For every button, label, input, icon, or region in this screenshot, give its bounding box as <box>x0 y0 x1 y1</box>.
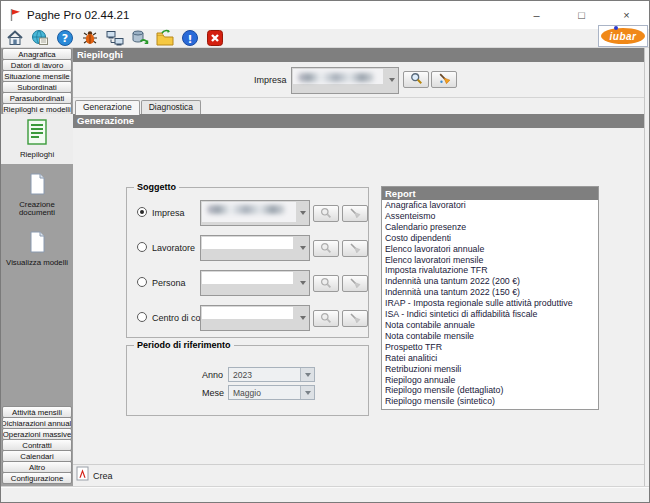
sidebar-item-visualizza-modelli[interactable]: Visualizza modelli <box>1 226 73 272</box>
sidebar-item-label: Creazione documenti <box>1 201 73 218</box>
chevron-down-icon <box>300 368 314 381</box>
sidebar-item-creazione-documenti[interactable]: Creazione documenti <box>1 168 73 222</box>
create-bar: Crea <box>73 464 644 486</box>
globe-news-icon[interactable] <box>31 29 49 47</box>
soggetto-row-impresa: Impresa <box>127 200 368 227</box>
redacted-value <box>293 69 383 84</box>
report-item[interactable]: Nota contabile annuale <box>382 320 598 331</box>
report-item[interactable]: Retribuzioni mensili <box>382 364 598 375</box>
lavoratore-radio[interactable] <box>137 242 147 252</box>
report-item[interactable]: ISA - Indici sintetici di affidabilità f… <box>382 309 598 320</box>
persona-radio[interactable] <box>137 277 147 287</box>
report-item[interactable]: Elenco lavoratori mensile <box>382 255 598 266</box>
search-icon <box>410 71 423 89</box>
chevron-down-icon <box>300 386 314 399</box>
clear-icon <box>349 310 361 328</box>
report-list-header: Report <box>382 187 598 200</box>
clear-button[interactable] <box>431 71 457 88</box>
report-item[interactable]: Ratei analitici <box>382 353 598 364</box>
clear-button[interactable] <box>342 205 368 222</box>
sidebar-icon-panel: Riepiloghi Creazione documenti Visualizz… <box>1 114 73 406</box>
centro-di-costo-combobox[interactable] <box>200 305 310 331</box>
database-sync-icon[interactable] <box>131 29 149 47</box>
report-item[interactable]: Elenco lavoratori annuale <box>382 244 598 255</box>
periodo-title: Periodo di riferimento <box>134 340 234 350</box>
crea-button[interactable]: Crea <box>93 471 113 481</box>
report-item[interactable]: Indennità una tantum 2022 (150 €) <box>382 287 598 298</box>
clear-icon <box>349 240 361 258</box>
search-icon <box>320 275 332 293</box>
report-item[interactable]: Nota contabile mensile <box>382 331 598 342</box>
clear-button[interactable] <box>342 310 368 327</box>
open-folder-icon[interactable] <box>156 29 174 47</box>
app-window: Paghe Pro 02.44.21 – □ × ? ! <box>0 0 650 503</box>
document-icon <box>28 173 46 199</box>
anno-combobox[interactable]: 2023 <box>228 367 315 382</box>
search-icon <box>320 310 332 328</box>
report-item[interactable]: Assenteismo <box>382 211 598 222</box>
exit-icon[interactable] <box>206 29 224 47</box>
report-item[interactable]: Imposta rivalutazione TFR <box>382 265 598 276</box>
document-icon <box>28 231 46 257</box>
lavoratore-combobox[interactable] <box>200 235 310 261</box>
sidebar-item[interactable]: Configurazione <box>2 472 72 484</box>
chevron-down-icon <box>300 316 306 320</box>
impresa-soggetto-combobox[interactable] <box>200 200 310 226</box>
report-item[interactable]: Indennità una tantum 2022 (200 €) <box>382 276 598 287</box>
sidebar-item-label: Riepiloghi <box>19 151 55 160</box>
impresa-radio[interactable] <box>137 207 147 217</box>
search-button[interactable] <box>313 205 339 222</box>
sidebar-top-group: AnagraficaDatori di lavoroSituazione men… <box>1 48 73 114</box>
impresa-radio-label: Impresa <box>152 208 185 218</box>
sidebar: AnagraficaDatori di lavoroSituazione men… <box>1 48 73 486</box>
status-bar <box>1 486 649 502</box>
report-item[interactable]: Prospetto TFR <box>382 342 598 353</box>
svg-text:?: ? <box>62 32 68 45</box>
report-item[interactable]: Anagrafica lavoratori <box>382 200 598 211</box>
tab-generazione[interactable]: Generazione <box>75 100 140 115</box>
soggetto-row-lavoratore: Lavoratore <box>127 235 368 262</box>
clear-icon <box>349 275 361 293</box>
window-title: Paghe Pro 02.44.21 <box>27 9 129 21</box>
search-button[interactable] <box>403 71 429 88</box>
report-item[interactable]: Calendario presenze <box>382 222 598 233</box>
clear-button[interactable] <box>342 275 368 292</box>
minimize-button[interactable]: – <box>514 1 559 29</box>
sidebar-bottom-group: Attività mensiliDichiarazioni annualiOpe… <box>1 406 73 486</box>
iubar-logo: iubar <box>598 25 648 47</box>
report-item[interactable]: IRAP - Imposta regionale sulle attività … <box>382 298 598 309</box>
report-item[interactable]: Costo dipendenti <box>382 233 598 244</box>
search-button[interactable] <box>313 240 339 257</box>
chevron-down-icon <box>300 246 306 250</box>
title-bar: Paghe Pro 02.44.21 – □ × <box>1 1 649 29</box>
persona-radio-label: Persona <box>152 278 186 288</box>
chevron-down-icon <box>300 211 306 215</box>
sidebar-item-riepiloghi[interactable]: Riepiloghi <box>1 114 73 164</box>
tab-diagnostica[interactable]: Diagnostica <box>141 100 201 114</box>
help-icon[interactable]: ? <box>56 29 74 47</box>
soggetto-title: Soggetto <box>134 182 179 192</box>
generazione-content: Soggetto Impresa <box>73 128 644 464</box>
anno-label: Anno <box>202 370 223 380</box>
report-items: Anagrafica lavoratoriAssenteismoCalendar… <box>382 200 598 407</box>
report-item[interactable]: Riepilogo mensile (sintetico) <box>382 396 598 407</box>
persona-combobox[interactable] <box>200 270 310 296</box>
home-icon[interactable] <box>6 29 24 47</box>
report-item[interactable]: Riepilogo annuale <box>382 375 598 386</box>
report-item[interactable]: Riepilogo mensile (dettagliato) <box>382 385 598 396</box>
search-button[interactable] <box>313 275 339 292</box>
centro-di-costo-radio[interactable] <box>137 312 147 322</box>
impresa-label: Impresa <box>254 75 287 85</box>
network-icon[interactable] <box>106 29 124 47</box>
search-button[interactable] <box>313 310 339 327</box>
chevron-down-icon <box>300 281 306 285</box>
clear-button[interactable] <box>342 240 368 257</box>
mese-combobox[interactable]: Maggio <box>228 385 315 400</box>
logo-dot-icon <box>614 26 618 30</box>
impresa-selector-area: Impresa <box>73 62 644 98</box>
info-icon[interactable]: ! <box>181 29 199 47</box>
sidebar-item-label: Visualizza modelli <box>5 259 69 268</box>
pdf-icon <box>76 466 89 485</box>
impresa-combobox[interactable] <box>291 67 399 94</box>
debug-bug-icon[interactable] <box>81 29 99 47</box>
